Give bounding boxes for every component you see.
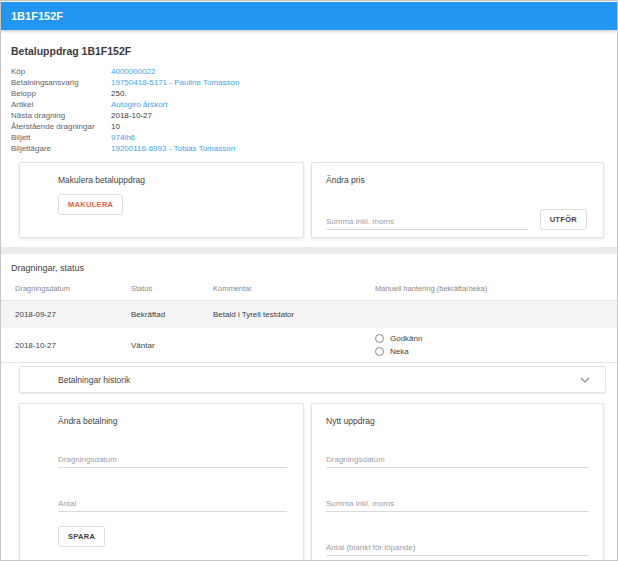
column-header-date: Dragningsdatum: [1, 275, 131, 301]
field-dragningsdatum: [326, 448, 589, 468]
withdrawals-section-title: Dragningar, status: [11, 263, 617, 273]
next-withdrawal-value: 2018-10-27: [111, 111, 152, 120]
betaluppdrag-page: 1B1F152F Betaluppdrag 1B1F152F Köp 40000…: [0, 0, 618, 561]
detail-row-biljettagare: Biljettägare 19200116-6993 - Tobias Toma…: [11, 143, 607, 154]
detail-row-belopp: Belopp 250.: [11, 88, 607, 99]
table-row: 2018-09-27 Bekräftad Betald i Tyrell tes…: [1, 301, 617, 329]
new-summa-input[interactable]: [326, 497, 589, 512]
action-cards-row: Makulera betaluppdrag MAKULERA Ändra pri…: [19, 162, 604, 238]
page-title: Betaluppdrag 1B1F152F: [11, 45, 607, 57]
amount-value: 250.: [111, 89, 127, 98]
neka-radio-label: Neka: [390, 347, 409, 356]
detail-label: Artikel: [11, 100, 111, 109]
withdrawal-comment: [213, 328, 375, 363]
detail-label: Köp: [11, 67, 111, 76]
form-cards-row: Ändra betalning SPARA Nytt uppdrag SPARA: [19, 403, 604, 561]
field-antal: [58, 492, 287, 512]
payer-link[interactable]: 19750418-5171 - Pauline Tomasson: [111, 78, 239, 87]
section-divider: [1, 247, 617, 254]
withdrawals-table: Dragningsdatum Status Kommentar Manuell …: [1, 275, 617, 363]
app-bar-title: 1B1F152F: [11, 10, 63, 22]
price-input[interactable]: [326, 215, 528, 230]
withdrawal-status: Bekräftad: [131, 301, 213, 329]
remaining-withdrawals-value: 10: [111, 122, 120, 131]
column-header-status: Status: [131, 275, 213, 301]
payments-history-title: Betalningar historik: [58, 375, 130, 385]
makulera-button[interactable]: MAKULERA: [58, 194, 123, 215]
utfor-button[interactable]: UTFÖR: [540, 209, 587, 230]
dragningsdatum-input[interactable]: [58, 453, 287, 468]
payments-history-panel[interactable]: Betalningar historik: [19, 366, 606, 393]
table-header-row: Dragningsdatum Status Kommentar Manuell …: [1, 275, 617, 301]
spara-button[interactable]: SPARA: [58, 526, 105, 547]
ticket-link[interactable]: 974ih6: [111, 133, 135, 142]
detail-label: Betalningsansvarig: [11, 78, 111, 87]
article-link[interactable]: Autogiro årskort: [111, 100, 167, 109]
chevron-down-icon[interactable]: [579, 376, 591, 384]
detail-row-biljett: Biljett 974ih6: [11, 132, 607, 143]
field-summa: [326, 492, 589, 512]
change-price-title: Ändra pris: [326, 175, 587, 185]
radio-unchecked-icon[interactable]: [375, 334, 384, 343]
detail-row-kop: Köp 4000000022: [11, 66, 607, 77]
column-header-manual: Manuell hantering (bekräfta/neka): [375, 275, 617, 301]
withdrawal-manual: [375, 301, 617, 329]
withdrawal-status: Väntar: [131, 328, 213, 363]
godkann-radio-label: Godkänn: [390, 334, 422, 343]
ticket-owner-link[interactable]: 19200116-6993 - Tobias Tomasson: [111, 144, 235, 153]
detail-row-aterstaende: Återstående dragningar 10: [11, 121, 607, 132]
cancel-order-card: Makulera betaluppdrag MAKULERA: [19, 162, 304, 238]
detail-row-nasta-dragning: Nästa dragning 2018-10-27: [11, 110, 607, 121]
field-dragningsdatum: [58, 448, 287, 468]
withdrawal-comment: Betald i Tyrell testdator: [213, 301, 375, 329]
radio-unchecked-icon[interactable]: [375, 347, 384, 356]
field-antal-lopande: [326, 536, 589, 556]
cancel-card-title: Makulera betaluppdrag: [58, 175, 287, 185]
withdrawal-manual: Godkänn Neka: [375, 328, 617, 363]
detail-label: Biljett: [11, 133, 111, 142]
change-price-card: Ändra pris UTFÖR: [311, 162, 604, 238]
app-bar: 1B1F152F: [1, 2, 617, 30]
detail-label: Återstående dragningar: [11, 122, 111, 131]
detail-label: Belopp: [11, 89, 111, 98]
detail-row-artikel: Artikel Autogiro årskort: [11, 99, 607, 110]
withdrawal-date: 2018-09-27: [1, 301, 131, 329]
table-row: 2018-10-27 Väntar Godkänn Neka: [1, 328, 617, 363]
godkann-radio-option[interactable]: Godkänn: [375, 334, 617, 343]
new-antal-input[interactable]: [326, 541, 589, 556]
antal-input[interactable]: [58, 497, 287, 512]
change-payment-card: Ändra betalning SPARA: [19, 403, 304, 561]
new-order-card: Nytt uppdrag SPARA: [311, 403, 604, 561]
column-header-comment: Kommentar: [213, 275, 375, 301]
change-payment-title: Ändra betalning: [58, 416, 287, 426]
new-order-title: Nytt uppdrag: [326, 416, 589, 426]
withdrawal-date: 2018-10-27: [1, 328, 131, 363]
manual-handling-radio-group: Godkänn Neka: [375, 334, 617, 356]
neka-radio-option[interactable]: Neka: [375, 347, 617, 356]
detail-label: Nästa dragning: [11, 111, 111, 120]
new-dragningsdatum-input[interactable]: [326, 453, 589, 468]
change-price-form: UTFÖR: [326, 209, 587, 230]
purchase-link[interactable]: 4000000022: [111, 67, 156, 76]
detail-label: Biljettägare: [11, 144, 111, 153]
payment-details-list: Köp 4000000022 Betalningsansvarig 197504…: [11, 66, 607, 154]
detail-row-betalningsansvarig: Betalningsansvarig 19750418-5171 - Pauli…: [11, 77, 607, 88]
